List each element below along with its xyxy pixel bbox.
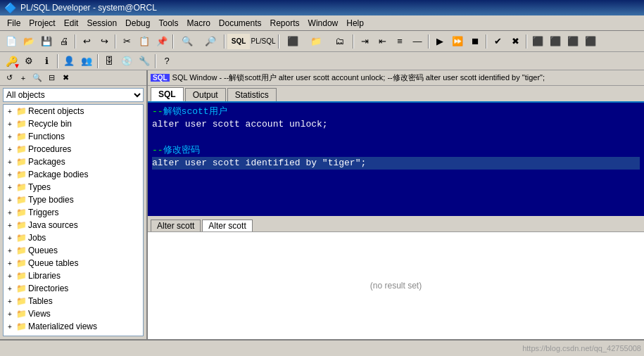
btn-more2[interactable]: ⬛	[547, 34, 564, 49]
btn-key[interactable]: 🔑 ▼	[3, 53, 20, 69]
menu-macro[interactable]: Macro	[182, 17, 214, 30]
menu-documents[interactable]: Documents	[215, 17, 266, 30]
btn-db2[interactable]: 💿	[118, 53, 135, 69]
expand-recycle-bin[interactable]: +	[5, 119, 15, 129]
tree-item-libraries[interactable]: + 📁 Libraries	[4, 269, 143, 282]
btn-comment[interactable]: —	[409, 34, 426, 49]
expand-queues[interactable]: +	[5, 246, 15, 255]
tree-item-procedures[interactable]: + 📁 Procedures	[4, 143, 143, 155]
btn-cut[interactable]: ✂	[118, 34, 135, 49]
panel-btn-refresh[interactable]: ↺	[3, 72, 15, 84]
btn-print[interactable]: 🖨	[56, 34, 72, 49]
btn-users[interactable]: 👤	[61, 53, 77, 69]
expand-directories[interactable]: +	[5, 284, 15, 293]
expand-package-bodies[interactable]: +	[5, 170, 15, 179]
btn-help2[interactable]: ?	[158, 53, 175, 69]
tree-item-jobs[interactable]: + 📁 Jobs	[4, 231, 143, 244]
expand-java-sources[interactable]: +	[5, 220, 15, 230]
btn-rollback[interactable]: ✖	[507, 34, 524, 49]
expand-type-bodies[interactable]: +	[5, 195, 15, 205]
btn-find[interactable]: 🔍	[176, 34, 198, 49]
tree-item-package-bodies[interactable]: + 📁 Package bodies	[4, 168, 143, 181]
btn-save[interactable]: 💾	[38, 34, 55, 49]
btn-settings[interactable]: ⚙	[20, 53, 37, 69]
menu-session[interactable]: Session	[82, 17, 121, 30]
btn-plsql-window[interactable]: PL/SQL	[251, 34, 276, 49]
tree-item-type-bodies[interactable]: + 📁 Type bodies	[4, 193, 143, 206]
menu-project[interactable]: Project	[25, 17, 59, 30]
menu-tools[interactable]: Tools	[154, 17, 182, 30]
object-type-select[interactable]: All objects	[3, 88, 144, 102]
panel-btn-find[interactable]: 🔍	[31, 72, 44, 84]
menu-edit[interactable]: Edit	[60, 17, 83, 30]
btn-stop[interactable]: ⏹	[467, 34, 484, 49]
btn-browser[interactable]: 🗂	[328, 34, 351, 49]
sql-editor[interactable]: --解锁scott用户 alter user scott account unl…	[148, 103, 644, 216]
expand-types[interactable]: +	[5, 182, 15, 192]
btn-user2[interactable]: 👥	[78, 53, 95, 69]
expand-triggers[interactable]: +	[5, 208, 15, 217]
expand-procedures[interactable]: +	[5, 144, 15, 154]
tree-item-views[interactable]: + 📁 Views	[4, 307, 143, 320]
btn-open[interactable]: 📂	[20, 34, 37, 49]
expand-tables[interactable]: +	[5, 296, 15, 306]
expand-functions[interactable]: +	[5, 132, 15, 141]
tree-item-queues[interactable]: + 📁 Queues	[4, 244, 143, 257]
btn-db1[interactable]: 🗄	[101, 53, 118, 69]
expand-views[interactable]: +	[5, 309, 15, 319]
btn-new[interactable]: 📄	[3, 34, 20, 49]
expand-materialized-views[interactable]: +	[5, 322, 15, 331]
tree-item-functions[interactable]: + 📁 Functions	[4, 130, 143, 143]
btn-copy[interactable]: 📋	[136, 34, 153, 49]
tree-item-recent-objects[interactable]: + 📁 Recent objects	[4, 105, 143, 117]
result-tab-alter-scott-2[interactable]: Alter scott	[202, 220, 252, 231]
tree-item-directories[interactable]: + 📁 Directories	[4, 282, 143, 295]
btn-proj[interactable]: 📁	[305, 34, 327, 49]
panel-btn-add[interactable]: +	[17, 72, 30, 84]
btn-indent[interactable]: ⇥	[356, 34, 373, 49]
tree-item-java-sources[interactable]: + 📁 Java sources	[4, 219, 143, 231]
expand-queue-tables[interactable]: +	[5, 258, 15, 268]
btn-more1[interactable]: ⬛	[529, 34, 546, 49]
menu-reports[interactable]: Reports	[266, 17, 304, 30]
tree-item-triggers[interactable]: + 📁 Triggers	[4, 206, 143, 219]
btn-findreplace[interactable]: 🔎	[199, 34, 222, 49]
result-tab-alter-scott-1[interactable]: Alter scott	[151, 220, 201, 231]
tab-sql[interactable]: SQL	[151, 87, 184, 101]
expand-packages[interactable]: +	[5, 157, 15, 167]
btn-undo[interactable]: ↩	[78, 34, 95, 49]
folder-icon-materialized-views: 📁	[15, 321, 27, 332]
expand-recent-objects[interactable]: +	[5, 106, 15, 116]
btn-dbms-output[interactable]: ⬛	[282, 34, 304, 49]
tree-item-packages[interactable]: + 📁 Packages	[4, 155, 143, 168]
menu-file[interactable]: File	[3, 17, 25, 30]
tab-output[interactable]: Output	[185, 88, 226, 101]
btn-execute[interactable]: ▶	[431, 34, 448, 49]
tree-item-tables[interactable]: + 📁 Tables	[4, 295, 143, 307]
panel-btn-close[interactable]: ✖	[59, 72, 72, 84]
btn-paste[interactable]: 📌	[153, 34, 170, 49]
panel-btn-collapse[interactable]: ⊟	[45, 72, 58, 84]
expand-sequences[interactable]: +	[5, 334, 15, 336]
tree-item-types[interactable]: + 📁 Types	[4, 181, 143, 193]
btn-more3[interactable]: ⬛	[564, 34, 581, 49]
btn-unindent[interactable]: ⇤	[374, 34, 391, 49]
btn-commit[interactable]: ✔	[489, 34, 506, 49]
tree-item-materialized-views[interactable]: + 📁 Materialized views	[4, 320, 143, 333]
tab-statistics[interactable]: Statistics	[227, 88, 277, 101]
menu-debug[interactable]: Debug	[121, 17, 154, 30]
btn-execute-all[interactable]: ⏩	[449, 34, 466, 49]
menu-help[interactable]: Help	[342, 17, 368, 30]
tree-item-recycle-bin[interactable]: + 📁 Recycle bin	[4, 117, 143, 130]
menu-window[interactable]: Window	[304, 17, 343, 30]
tree-item-sequences[interactable]: + 📁 Sequences	[4, 333, 143, 336]
btn-sql-window[interactable]: SQL	[227, 34, 250, 49]
expand-jobs[interactable]: +	[5, 233, 15, 243]
btn-format[interactable]: ≡	[391, 34, 408, 49]
btn-info[interactable]: ℹ	[38, 53, 55, 69]
btn-more4[interactable]: ⬛	[582, 34, 599, 49]
btn-redo[interactable]: ↪	[96, 34, 113, 49]
btn-db3[interactable]: 🔧	[136, 53, 153, 69]
expand-libraries[interactable]: +	[5, 271, 15, 281]
tree-item-queue-tables[interactable]: + 📁 Queue tables	[4, 257, 143, 269]
